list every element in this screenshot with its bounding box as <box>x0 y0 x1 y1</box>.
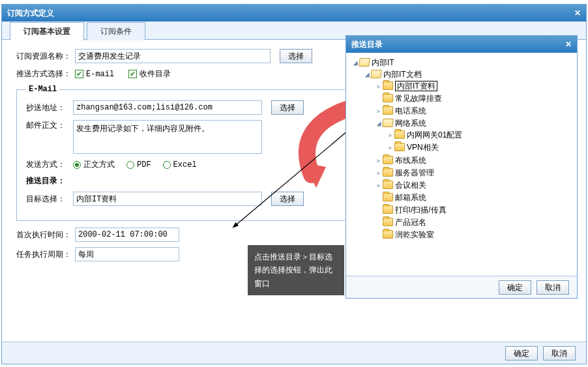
folder-icon <box>394 130 405 139</box>
folder-open-icon <box>382 119 393 127</box>
expand-icon[interactable]: ▹ <box>375 156 383 165</box>
tree-node[interactable]: ▹内网网关01配置 <box>387 129 572 141</box>
tree-node[interactable]: 产品冠名 <box>375 216 572 229</box>
expand-icon[interactable]: ◢ <box>363 70 371 79</box>
task-cycle-input[interactable] <box>75 247 179 261</box>
first-exec-label: 首次执行时间： <box>16 229 75 241</box>
tree-titlebar: 推送目录 ✕ <box>346 36 577 53</box>
close-icon[interactable]: ✕ <box>574 5 581 22</box>
expand-icon[interactable]: ▹ <box>375 106 383 115</box>
resource-label: 订阅资源名称： <box>16 51 75 62</box>
expand-icon[interactable]: ▹ <box>387 143 394 152</box>
tree-node[interactable]: ◢网络系统 ▹内网网关01配置 ▹VPN相关 <box>375 117 572 154</box>
tree-node[interactable]: ◢内部IT ◢内部IT文档 ▹内部IT资料 常见故障排查 ▹电话系统 ◢网络系统… <box>351 57 572 242</box>
expand-icon[interactable]: ▹ <box>375 181 383 190</box>
close-icon[interactable]: ✕ <box>565 36 572 53</box>
target-label: 目标选择： <box>26 194 73 205</box>
tree-node[interactable]: ▹内部IT资料 <box>375 80 572 93</box>
radio-icon <box>73 161 81 169</box>
tree-footer: 确定 取消 <box>346 276 577 298</box>
expand-icon[interactable]: ◢ <box>375 119 383 128</box>
dialog-titlebar: 订阅方式定义 ✕ <box>2 5 586 22</box>
tree-selected: 内部IT资料 <box>395 81 437 91</box>
tree-node[interactable]: ▹VPN相关 <box>387 141 572 154</box>
tree-node[interactable]: 打印/扫描/传真 <box>375 204 572 216</box>
radio-icon <box>163 161 171 169</box>
tab-basic[interactable]: 订阅基本设置 <box>10 22 84 40</box>
folder-icon <box>383 218 393 226</box>
tree-node[interactable]: 常见故障排查 <box>375 93 572 105</box>
body-textarea[interactable]: 发生费用记录如下，详细内容见附件。 <box>73 120 262 154</box>
cc-label: 抄送地址： <box>26 102 73 113</box>
task-cycle-label: 任务执行周期： <box>16 249 75 260</box>
radio-text[interactable]: 正文方式 <box>73 159 115 170</box>
tree-node[interactable]: 润乾实验室 <box>375 229 572 241</box>
first-exec-input[interactable] <box>75 228 179 242</box>
tree-cancel-button[interactable]: 取消 <box>537 280 569 295</box>
tab-conditions[interactable]: 订阅条件 <box>87 22 145 40</box>
folder-icon <box>383 106 393 115</box>
folder-open-icon <box>359 58 370 66</box>
expand-icon[interactable]: ▹ <box>375 81 383 91</box>
checkbox-icon: ✔ <box>75 70 83 78</box>
tree-title: 推送目录 <box>351 36 383 53</box>
tree-body: ◢内部IT ◢内部IT文档 ▹内部IT资料 常见故障排查 ▹电话系统 ◢网络系统… <box>346 53 577 276</box>
expand-icon[interactable]: ▹ <box>387 130 394 139</box>
ok-button[interactable]: 确定 <box>505 346 538 360</box>
hint-tooltip: 点击推送目录＞目标选择的选择按钮，弹出此窗口 <box>248 245 344 295</box>
folder-icon <box>383 81 393 90</box>
folder-icon <box>383 205 393 214</box>
chk-email[interactable]: ✔ E-mail <box>75 70 114 79</box>
tree-node[interactable]: 邮箱系统 <box>375 192 572 204</box>
expand-icon[interactable]: ◢ <box>351 58 359 67</box>
chk-inbox[interactable]: ✔ 收件目录 <box>128 68 171 80</box>
folder-icon <box>383 168 393 177</box>
tree-ok-button[interactable]: 确定 <box>499 280 531 295</box>
tree-node[interactable]: ▹会议相关 <box>375 179 572 192</box>
resource-select-button[interactable]: 选择 <box>280 49 312 63</box>
cc-select-button[interactable]: 选择 <box>271 100 304 115</box>
send-mode-label: 发送方式： <box>26 159 73 170</box>
resource-input[interactable] <box>75 49 271 63</box>
folder-icon <box>383 156 393 164</box>
folder-icon <box>383 94 393 102</box>
radio-excel[interactable]: Excel <box>163 160 197 169</box>
cancel-button[interactable]: 取消 <box>543 346 576 360</box>
tree-dialog: 推送目录 ✕ ◢内部IT ◢内部IT文档 ▹内部IT资料 常见故障排查 ▹电话系… <box>345 35 578 299</box>
tree-node[interactable]: ▹服务器管理 <box>375 167 572 179</box>
folder-icon <box>394 143 405 151</box>
radio-icon <box>126 161 134 169</box>
dialog-footer: 确定 取消 <box>2 342 586 364</box>
expand-icon[interactable]: ▹ <box>375 168 383 177</box>
tree-node[interactable]: ▹布线系统 <box>375 154 572 167</box>
folder-icon <box>383 230 393 239</box>
folder-icon <box>383 181 393 189</box>
folder-icon <box>383 193 393 201</box>
body-label: 邮件正文： <box>26 120 73 131</box>
folder-open-icon <box>370 70 381 78</box>
cc-input[interactable] <box>73 100 262 115</box>
target-select-button[interactable]: 选择 <box>271 192 304 206</box>
tree-node[interactable]: ▹电话系统 <box>375 105 572 117</box>
radio-pdf[interactable]: PDF <box>126 160 151 169</box>
target-input[interactable] <box>73 192 262 206</box>
tree-node[interactable]: ◢内部IT文档 ▹内部IT资料 常见故障排查 ▹电话系统 ◢网络系统 ▹内网网关… <box>363 68 572 242</box>
push-mode-label: 推送方式选择： <box>16 68 75 80</box>
email-legend: E-Mail <box>26 85 59 94</box>
checkbox-icon: ✔ <box>128 70 137 78</box>
dialog-title: 订阅方式定义 <box>7 5 54 22</box>
